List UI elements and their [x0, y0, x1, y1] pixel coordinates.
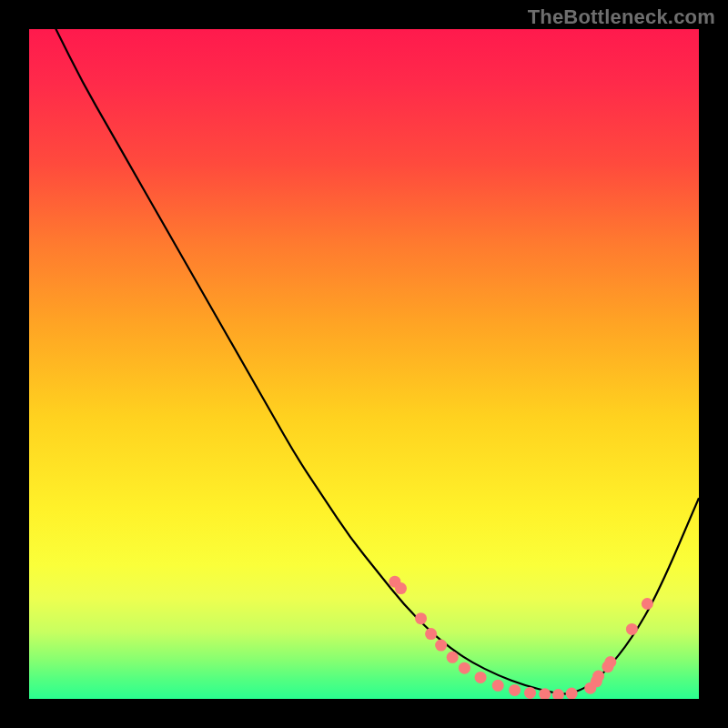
marker-dot [475, 672, 487, 683]
marker-dot [492, 680, 504, 692]
bottleneck-curve-path [29, 29, 699, 694]
marker-dots-group [389, 576, 652, 699]
marker-dot [592, 670, 604, 682]
marker-dot [509, 684, 521, 696]
marker-dot [566, 688, 578, 699]
marker-dot [626, 623, 638, 635]
curve-layer [29, 29, 699, 699]
marker-dot [447, 652, 459, 663]
marker-dot [604, 656, 616, 668]
marker-dot [395, 582, 407, 594]
chart-stage: TheBottleneck.com [0, 0, 728, 728]
attribution-text: TheBottleneck.com [528, 5, 715, 29]
marker-dot [459, 662, 470, 674]
marker-dot [524, 687, 536, 699]
marker-dot [415, 612, 427, 624]
plot-area [29, 29, 699, 699]
marker-dot [435, 640, 447, 652]
marker-dot [642, 598, 653, 610]
marker-dot [552, 689, 564, 699]
marker-dot [425, 628, 437, 640]
